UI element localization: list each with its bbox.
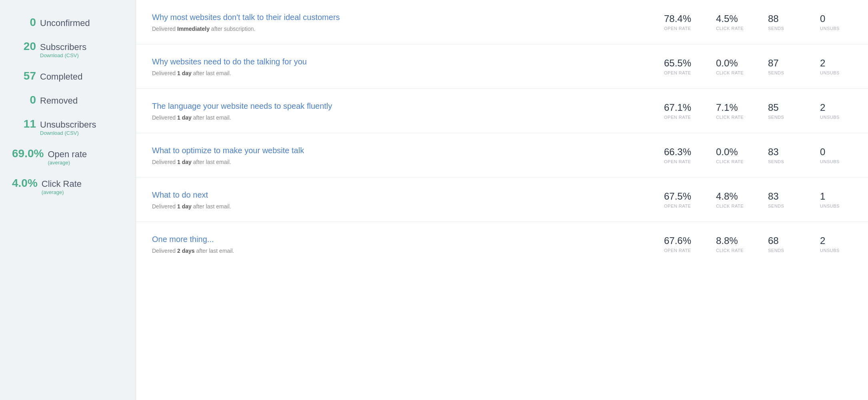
email-stat-click-rate: 7.1%CLICK RATE [716, 102, 748, 120]
open-rate-value: 65.5% [664, 58, 691, 69]
email-stat-unsubs: 0UNSUBS [820, 146, 852, 164]
stat-label-group: Click Rate(average) [42, 179, 82, 195]
email-delivery: Delivered 1 day after last email. [152, 70, 664, 76]
email-stat-unsubs: 2UNSUBS [820, 235, 852, 253]
email-stats: 65.5%OPEN RATE0.0%CLICK RATE87SENDS2UNSU… [664, 58, 852, 75]
unsubs-label: UNSUBS [820, 204, 840, 208]
click-rate-label: CLICK RATE [716, 26, 744, 31]
email-info: What to optimize to make your website ta… [152, 145, 664, 165]
email-stats: 67.1%OPEN RATE7.1%CLICK RATE85SENDS2UNSU… [664, 102, 852, 120]
email-stat-sends: 68SENDS [768, 235, 800, 253]
email-info: What to do nextDelivered 1 day after las… [152, 190, 664, 210]
open-rate-label: OPEN RATE [664, 26, 691, 31]
sidebar-stat-item: 0Unconfirmed [12, 16, 124, 29]
sends-label: SENDS [768, 159, 784, 164]
stat-download-link[interactable]: Download (CSV) [40, 130, 96, 136]
click-rate-value: 4.8% [716, 191, 738, 202]
sidebar-stat-item: 69.0%Open rate(average) [12, 147, 124, 166]
open-rate-label: OPEN RATE [664, 115, 691, 120]
unsubs-label: UNSUBS [820, 159, 840, 164]
sends-value: 85 [768, 102, 779, 114]
unsubs-label: UNSUBS [820, 248, 840, 253]
stat-download-link[interactable]: Download (CSV) [40, 52, 86, 58]
email-row: The language your website needs to speak… [136, 89, 868, 133]
email-stat-open-rate: 67.5%OPEN RATE [664, 191, 696, 208]
sends-value: 87 [768, 58, 779, 69]
unsubs-label: UNSUBS [820, 70, 840, 75]
stat-label-group: Completed [40, 72, 82, 82]
email-stat-click-rate: 4.8%CLICK RATE [716, 191, 748, 208]
email-stat-unsubs: 2UNSUBS [820, 102, 852, 120]
open-rate-value: 66.3% [664, 146, 691, 158]
click-rate-label: CLICK RATE [716, 204, 744, 208]
email-stat-open-rate: 66.3%OPEN RATE [664, 146, 696, 164]
unsubs-label: UNSUBS [820, 115, 840, 120]
sends-label: SENDS [768, 204, 784, 208]
click-rate-label: CLICK RATE [716, 70, 744, 75]
stat-number: 0 [12, 16, 36, 29]
open-rate-label: OPEN RATE [664, 204, 691, 208]
email-delivery: Delivered 1 day after last email. [152, 159, 664, 165]
sidebar-stat-item: 0Removed [12, 94, 124, 106]
sidebar-stat-item: 11UnsubscribersDownload (CSV) [12, 118, 124, 136]
email-stat-unsubs: 1UNSUBS [820, 191, 852, 208]
email-title[interactable]: One more thing... [152, 234, 664, 244]
email-row: One more thing...Delivered 2 days after … [136, 222, 868, 266]
sends-label: SENDS [768, 248, 784, 253]
unsubs-label: UNSUBS [820, 26, 840, 31]
email-stat-click-rate: 0.0%CLICK RATE [716, 58, 748, 75]
email-info: One more thing...Delivered 2 days after … [152, 234, 664, 254]
stat-label-group: SubscribersDownload (CSV) [40, 42, 86, 58]
sends-value: 83 [768, 146, 779, 158]
stat-number: 20 [12, 40, 36, 53]
email-stat-sends: 85SENDS [768, 102, 800, 120]
email-title[interactable]: The language your website needs to speak… [152, 101, 664, 111]
stat-number: 4.0% [12, 177, 38, 190]
stat-label-group: UnsubscribersDownload (CSV) [40, 120, 96, 136]
stat-label: Removed [40, 96, 78, 106]
email-stat-sends: 88SENDS [768, 13, 800, 31]
email-stat-sends: 83SENDS [768, 191, 800, 208]
email-stat-open-rate: 67.1%OPEN RATE [664, 102, 696, 120]
stat-label-group: Unconfirmed [40, 18, 90, 28]
stat-number: 69.0% [12, 147, 44, 160]
email-stat-unsubs: 2UNSUBS [820, 58, 852, 75]
sends-label: SENDS [768, 70, 784, 75]
email-info: Why websites need to do the talking for … [152, 56, 664, 76]
email-title[interactable]: Why websites need to do the talking for … [152, 56, 664, 67]
stat-download-link[interactable]: (average) [48, 160, 87, 166]
click-rate-value: 8.8% [716, 235, 738, 247]
email-title[interactable]: What to do next [152, 190, 664, 200]
sends-value: 83 [768, 191, 779, 202]
unsubs-value: 0 [820, 146, 825, 158]
email-row: Why most websites don't talk to their id… [136, 0, 868, 44]
sends-value: 88 [768, 13, 779, 25]
email-stats: 67.6%OPEN RATE8.8%CLICK RATE68SENDS2UNSU… [664, 235, 852, 253]
email-stat-open-rate: 78.4%OPEN RATE [664, 13, 696, 31]
sends-value: 68 [768, 235, 779, 247]
email-stat-unsubs: 0UNSUBS [820, 13, 852, 31]
email-stat-click-rate: 8.8%CLICK RATE [716, 235, 748, 253]
email-row: What to do nextDelivered 1 day after las… [136, 178, 868, 222]
unsubs-value: 2 [820, 102, 825, 114]
email-info: The language your website needs to speak… [152, 101, 664, 121]
stat-label: Open rate [48, 149, 87, 160]
email-title[interactable]: What to optimize to make your website ta… [152, 145, 664, 156]
email-delivery: Delivered 1 day after last email. [152, 114, 664, 121]
open-rate-label: OPEN RATE [664, 248, 691, 253]
stat-label: Subscribers [40, 42, 86, 52]
stat-download-link[interactable]: (average) [42, 189, 82, 195]
stat-number: 57 [12, 70, 36, 82]
sidebar-stat-item: 4.0%Click Rate(average) [12, 177, 124, 195]
stat-number: 11 [12, 118, 36, 130]
stat-label: Completed [40, 72, 82, 82]
click-rate-value: 4.5% [716, 13, 738, 25]
email-row: Why websites need to do the talking for … [136, 44, 868, 89]
email-delivery: Delivered 2 days after last email. [152, 248, 664, 254]
stat-label: Unsubscribers [40, 120, 96, 130]
click-rate-value: 7.1% [716, 102, 738, 114]
open-rate-value: 67.5% [664, 191, 691, 202]
click-rate-label: CLICK RATE [716, 115, 744, 120]
email-stats: 67.5%OPEN RATE4.8%CLICK RATE83SENDS1UNSU… [664, 191, 852, 208]
email-title[interactable]: Why most websites don't talk to their id… [152, 12, 664, 22]
